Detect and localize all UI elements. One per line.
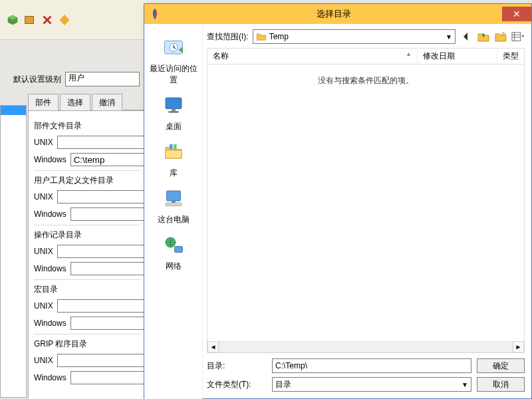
horizontal-scrollbar[interactable]: ◄ ► bbox=[207, 341, 524, 352]
chevron-down-icon: ▼ bbox=[446, 33, 452, 41]
lookin-label: 查找范围(I): bbox=[207, 31, 249, 43]
up-folder-icon[interactable] bbox=[477, 31, 490, 43]
tab-parts[interactable]: 部件 bbox=[28, 94, 59, 110]
g4-unix-label: UNIX bbox=[34, 301, 53, 311]
sort-asc-icon: ▲ bbox=[406, 51, 412, 57]
side-list[interactable] bbox=[0, 105, 27, 398]
group-2-title: 用户工具定义文件目录 bbox=[34, 175, 140, 186]
toolbar-cube-icon[interactable] bbox=[5, 13, 20, 27]
empty-message: 没有与搜索条件匹配的项。 bbox=[207, 75, 524, 86]
form-area: 部件文件目录 UNIX Windows 用户工具定义文件目录 UNIX Wind… bbox=[28, 110, 146, 399]
g1-unix-input[interactable] bbox=[57, 136, 146, 149]
place-computer-label: 这台电脑 bbox=[147, 214, 200, 225]
g4-win-label: Windows bbox=[34, 319, 66, 328]
place-desktop[interactable]: 桌面 bbox=[147, 94, 200, 132]
bg-toolbar bbox=[0, 0, 146, 40]
side-list-selection bbox=[1, 106, 26, 115]
desktop-icon bbox=[162, 94, 186, 118]
place-computer[interactable]: 这台电脑 bbox=[147, 187, 200, 225]
filter-label: 文件类型(T): bbox=[207, 379, 267, 390]
ok-button[interactable]: 确定 bbox=[477, 358, 525, 373]
dialog-app-icon bbox=[148, 7, 162, 21]
level-select-value: 用户 bbox=[68, 73, 84, 82]
group-5-title: GRIP 程序目录 bbox=[34, 338, 140, 350]
svg-rect-0 bbox=[25, 16, 34, 23]
lookin-value: Temp bbox=[269, 32, 289, 41]
filter-dropdown[interactable]: 目录 ▼ bbox=[272, 377, 471, 392]
g4-unix-input[interactable] bbox=[57, 299, 146, 313]
g3-unix-input[interactable] bbox=[57, 245, 146, 258]
network-icon bbox=[162, 233, 186, 257]
svg-rect-3 bbox=[166, 98, 182, 109]
tab-select[interactable]: 选择 bbox=[60, 94, 90, 110]
col-type[interactable]: 类型 bbox=[497, 48, 524, 65]
filter-value: 目录 bbox=[275, 379, 291, 390]
level-select[interactable]: 用户 bbox=[65, 72, 140, 86]
place-recent[interactable]: 最近访问的位置 bbox=[147, 36, 200, 86]
scroll-track[interactable] bbox=[219, 341, 513, 352]
toolbar-cross-icon[interactable] bbox=[40, 13, 55, 27]
recent-icon bbox=[162, 36, 186, 60]
svg-rect-5 bbox=[168, 111, 178, 112]
g2-unix-input[interactable] bbox=[57, 190, 146, 203]
dir-label: 目录: bbox=[207, 360, 267, 372]
col-mdate[interactable]: 修改日期 bbox=[418, 48, 497, 65]
g3-win-input[interactable] bbox=[70, 262, 146, 275]
view-menu-icon[interactable] bbox=[511, 31, 525, 43]
computer-icon bbox=[162, 187, 186, 211]
dialog-main: 查找范围(I): Temp ▼ bbox=[203, 24, 531, 399]
libraries-icon bbox=[162, 140, 186, 164]
col-name[interactable]: 名称 ▲ bbox=[207, 48, 418, 65]
group-4-title: 宏目录 bbox=[34, 284, 140, 295]
level-label: 默认设置级别 bbox=[13, 74, 61, 85]
file-list[interactable]: 没有与搜索条件匹配的项。 ◄ ► bbox=[207, 64, 525, 353]
close-icon: ✕ bbox=[513, 9, 521, 19]
dialog-title: 选择目录 bbox=[166, 8, 502, 20]
svg-rect-4 bbox=[172, 109, 176, 112]
svg-rect-10 bbox=[172, 201, 176, 203]
g5-unix-label: UNIX bbox=[34, 356, 53, 365]
cancel-button[interactable]: 取消 bbox=[477, 377, 525, 392]
svg-rect-11 bbox=[166, 203, 182, 206]
g2-unix-label: UNIX bbox=[34, 192, 53, 201]
g1-win-input[interactable] bbox=[70, 153, 146, 166]
group-3-title: 操作记录目录 bbox=[34, 229, 140, 241]
back-icon[interactable] bbox=[460, 31, 473, 43]
g3-win-label: Windows bbox=[34, 264, 66, 273]
new-folder-icon[interactable] bbox=[494, 31, 507, 43]
scroll-right-icon[interactable]: ► bbox=[513, 341, 524, 352]
g1-unix-label: UNIX bbox=[34, 138, 53, 147]
col-name-label: 名称 bbox=[213, 51, 229, 61]
g4-win-input[interactable] bbox=[70, 317, 146, 330]
svg-rect-9 bbox=[166, 191, 180, 201]
g2-win-label: Windows bbox=[34, 209, 66, 219]
toolbar-diamond-icon[interactable] bbox=[57, 13, 72, 27]
place-libraries-label: 库 bbox=[147, 168, 200, 179]
place-libraries[interactable]: 库 bbox=[147, 140, 200, 179]
dir-input[interactable]: C:\Temp\ bbox=[272, 358, 471, 373]
svg-rect-7 bbox=[170, 144, 173, 150]
tabstrip: 部件 选择 撤消 bbox=[28, 93, 146, 110]
folder-icon bbox=[256, 32, 267, 41]
dialog-titlebar[interactable]: 选择目录 ✕ bbox=[144, 4, 531, 24]
g5-win-input[interactable] bbox=[70, 371, 146, 384]
places-bar: 最近访问的位置 桌面 库 bbox=[144, 24, 203, 399]
tab-undo[interactable]: 撤消 bbox=[92, 94, 122, 110]
place-desktop-label: 桌面 bbox=[147, 121, 200, 132]
g5-unix-input[interactable] bbox=[57, 354, 146, 367]
toolbar-box-icon[interactable] bbox=[23, 13, 37, 27]
place-network-label: 网络 bbox=[147, 261, 200, 272]
close-button[interactable]: ✕ bbox=[502, 7, 531, 21]
g2-win-input[interactable] bbox=[70, 207, 146, 221]
g3-unix-label: UNIX bbox=[34, 247, 53, 256]
chevron-down-icon: ▼ bbox=[462, 381, 468, 388]
g5-win-label: Windows bbox=[34, 373, 66, 382]
place-network[interactable]: 网络 bbox=[147, 233, 200, 272]
dir-value: C:\Temp\ bbox=[275, 361, 307, 370]
scroll-left-icon[interactable]: ◄ bbox=[207, 341, 219, 352]
svg-rect-8 bbox=[174, 144, 177, 150]
lookin-dropdown[interactable]: Temp ▼ bbox=[253, 29, 456, 44]
select-directory-dialog: 选择目录 ✕ 最近访问的位置 桌面 bbox=[144, 3, 532, 399]
file-list-header: 名称 ▲ 修改日期 类型 bbox=[207, 48, 525, 64]
svg-rect-6 bbox=[166, 150, 182, 158]
